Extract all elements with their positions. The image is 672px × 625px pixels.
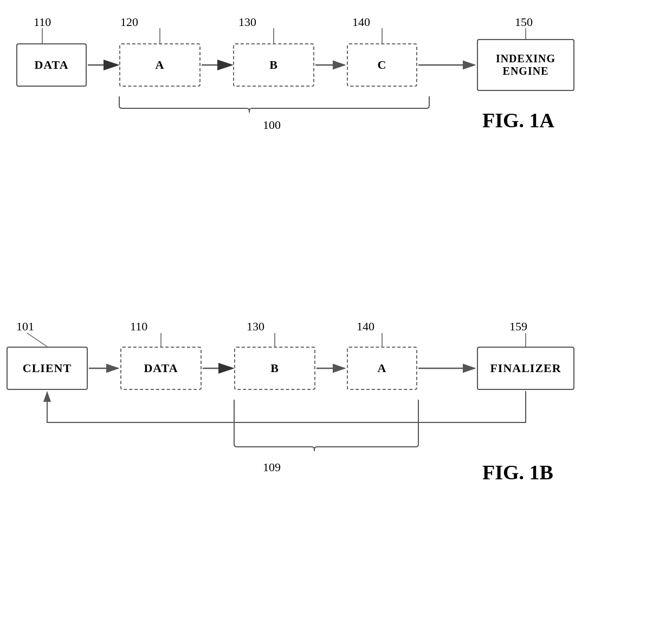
- ref-110-1b: 110: [130, 320, 147, 334]
- box-data-1b: DATA: [120, 347, 202, 390]
- fig-title-1a: FIG. 1A: [482, 108, 554, 132]
- ref-100-1a: 100: [263, 118, 281, 132]
- ref-159-1b: 159: [509, 320, 527, 334]
- ref-120-1a: 120: [120, 15, 138, 29]
- ref-110-1a: 110: [34, 15, 51, 29]
- box-a-1a: A: [119, 43, 201, 87]
- ref-150-1a: 150: [515, 15, 533, 29]
- ref-130-1a: 130: [238, 15, 256, 29]
- ref-101-1b: 101: [16, 320, 34, 334]
- box-b-1a: B: [233, 43, 314, 87]
- ref-140-1a: 140: [352, 15, 370, 29]
- diagram-container: 110 120 130 140 150 DATA A B C INDEXING …: [0, 0, 672, 625]
- box-b-1b: B: [234, 347, 315, 390]
- arrows-svg: [0, 0, 672, 625]
- ref-140-1b: 140: [357, 320, 374, 334]
- ref-109-1b: 109: [263, 460, 281, 474]
- box-a-1b: A: [347, 347, 417, 390]
- fig-title-1b: FIG. 1B: [482, 460, 553, 484]
- box-c-1a: C: [347, 43, 417, 87]
- box-client-1b: CLIENT: [7, 347, 88, 390]
- box-finalizer-1b: FINALIZER: [477, 347, 574, 390]
- box-data-1a: DATA: [16, 43, 87, 87]
- svg-line-16: [27, 333, 47, 347]
- box-indexing-engine: INDEXING ENGINE: [477, 39, 574, 91]
- ref-130-1b: 130: [247, 320, 264, 334]
